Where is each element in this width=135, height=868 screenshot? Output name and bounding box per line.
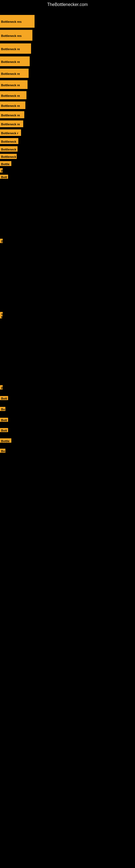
bottleneck-item-24[interactable]: Bott: [0, 418, 8, 422]
bottleneck-item-8[interactable]: Bottleneck re: [0, 101, 26, 109]
bottleneck-item-12[interactable]: Bottleneck: [0, 138, 18, 144]
bottleneck-item-7[interactable]: Bottleneck re: [0, 91, 27, 99]
bottleneck-item-20[interactable]: B: [0, 315, 2, 318]
bottleneck-item-1[interactable]: Bottleneck res: [0, 15, 35, 28]
bottleneck-item-26[interactable]: Bottle: [0, 438, 11, 443]
bottleneck-item-5[interactable]: Bottleneck re: [0, 69, 29, 78]
bottleneck-item-9[interactable]: Bottleneck re: [0, 111, 24, 118]
bottleneck-item-27[interactable]: Bo: [0, 448, 5, 453]
bottleneck-item-14[interactable]: Bottleneck: [0, 154, 17, 159]
site-title: TheBottlenecker.com: [0, 0, 135, 9]
bottleneck-item-21[interactable]: B: [0, 385, 3, 390]
bottleneck-item-23[interactable]: Bo: [0, 407, 5, 411]
bottleneck-item-18[interactable]: B: [0, 239, 3, 243]
bottleneck-item-3[interactable]: Bottleneck re: [0, 43, 31, 54]
bottleneck-item-22[interactable]: Bott: [0, 396, 8, 400]
bottleneck-item-13[interactable]: Bottleneck: [0, 146, 17, 152]
bottleneck-item-10[interactable]: Bottleneck re: [0, 120, 23, 127]
bottleneck-item-6[interactable]: Bottleneck re: [0, 80, 28, 89]
bottleneck-item-11[interactable]: Bottleneck r: [0, 129, 21, 136]
bottleneck-item-25[interactable]: Bott: [0, 428, 8, 432]
bottleneck-item-15[interactable]: Bottle: [0, 161, 11, 166]
bottleneck-item-2[interactable]: Bottleneck res: [0, 30, 32, 41]
bottleneck-item-16[interactable]: B: [0, 168, 3, 173]
bottleneck-item-4[interactable]: Bottleneck re: [0, 56, 30, 66]
bottleneck-item-17[interactable]: Bott: [0, 175, 8, 179]
